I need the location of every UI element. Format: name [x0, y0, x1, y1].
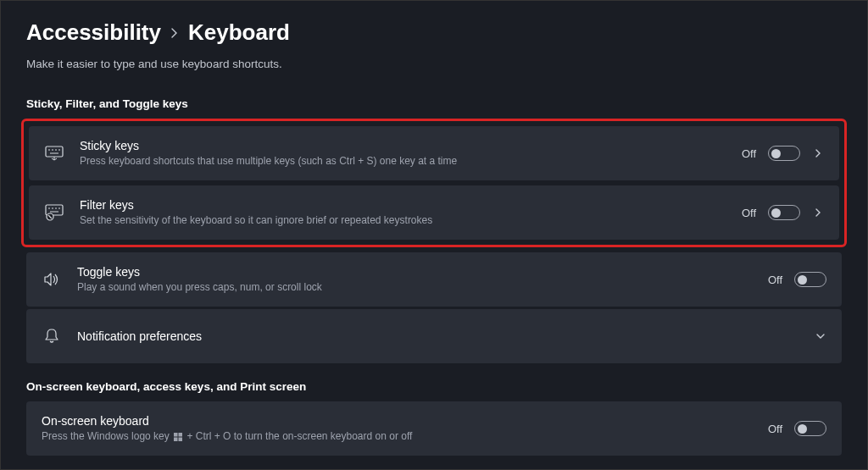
section-header-osk: On-screen keyboard, access keys, and Pri…: [26, 380, 842, 393]
toggle-state-label: Off: [768, 423, 782, 435]
setting-desc: Play a sound when you press caps, num, o…: [77, 281, 768, 295]
setting-desc: Press the Windows logo key + Ctrl + O to…: [42, 430, 768, 444]
setting-title: Sticky keys: [80, 138, 742, 153]
keyboard-filter-icon: [44, 202, 64, 223]
setting-notification-preferences[interactable]: Notification preferences: [26, 309, 842, 363]
toggle-state-label: Off: [742, 147, 756, 160]
windows-logo-icon: [174, 433, 182, 441]
setting-text: Toggle keys Play a sound when you press …: [77, 264, 768, 295]
toggle-on-screen-keyboard[interactable]: [794, 421, 826, 436]
setting-toggle-keys[interactable]: Toggle keys Play a sound when you press …: [26, 252, 842, 307]
setting-on-screen-keyboard[interactable]: On-screen keyboard Press the Windows log…: [26, 401, 842, 456]
setting-controls: [815, 330, 826, 342]
setting-text: Notification preferences: [77, 329, 815, 344]
setting-title: Toggle keys: [77, 264, 768, 279]
setting-title: On-screen keyboard: [42, 413, 768, 429]
setting-controls: Off: [768, 272, 826, 287]
toggle-state-label: Off: [768, 274, 782, 286]
setting-sticky-keys[interactable]: Sticky keys Press keyboard shortcuts tha…: [29, 126, 839, 180]
setting-desc: Press keyboard shortcuts that use multip…: [80, 155, 742, 169]
setting-text: Filter keys Set the sensitivity of the k…: [80, 197, 742, 228]
toggle-filter-keys[interactable]: [768, 205, 800, 220]
toggle-sticky-keys[interactable]: [768, 146, 800, 161]
setting-desc: Set the sensitivity of the keyboard so i…: [80, 214, 742, 228]
breadcrumb-current: Keyboard: [188, 19, 290, 46]
setting-controls: Off: [742, 146, 824, 161]
highlight-annotation: Sticky keys Press keyboard shortcuts tha…: [21, 119, 847, 247]
chevron-down-icon[interactable]: [815, 330, 826, 342]
chevron-right-icon[interactable]: [812, 207, 824, 218]
setting-title: Notification preferences: [77, 329, 815, 344]
setting-controls: Off: [742, 205, 824, 220]
svg-rect-14: [174, 433, 178, 437]
speaker-icon: [42, 269, 62, 290]
setting-text: On-screen keyboard Press the Windows log…: [42, 413, 768, 444]
chevron-right-icon[interactable]: [812, 147, 824, 159]
svg-rect-17: [179, 438, 183, 442]
page-subtitle: Make it easier to type and use keyboard …: [26, 58, 842, 70]
bell-icon: [42, 326, 62, 346]
toggle-state-label: Off: [742, 207, 756, 219]
setting-text: Sticky keys Press keyboard shortcuts tha…: [80, 138, 742, 169]
breadcrumb: Accessibility Keyboard: [26, 19, 842, 46]
setting-controls: Off: [768, 421, 826, 436]
svg-rect-0: [46, 147, 63, 157]
breadcrumb-parent[interactable]: Accessibility: [26, 19, 161, 46]
keyboard-sticky-icon: [44, 143, 64, 163]
toggle-toggle-keys[interactable]: [794, 272, 826, 287]
section-header-sticky-filter-toggle: Sticky, Filter, and Toggle keys: [26, 97, 842, 110]
setting-filter-keys[interactable]: Filter keys Set the sensitivity of the k…: [29, 185, 839, 240]
svg-rect-15: [179, 433, 183, 437]
svg-rect-16: [174, 438, 178, 442]
chevron-right-icon: [170, 27, 180, 39]
setting-title: Filter keys: [80, 197, 742, 213]
